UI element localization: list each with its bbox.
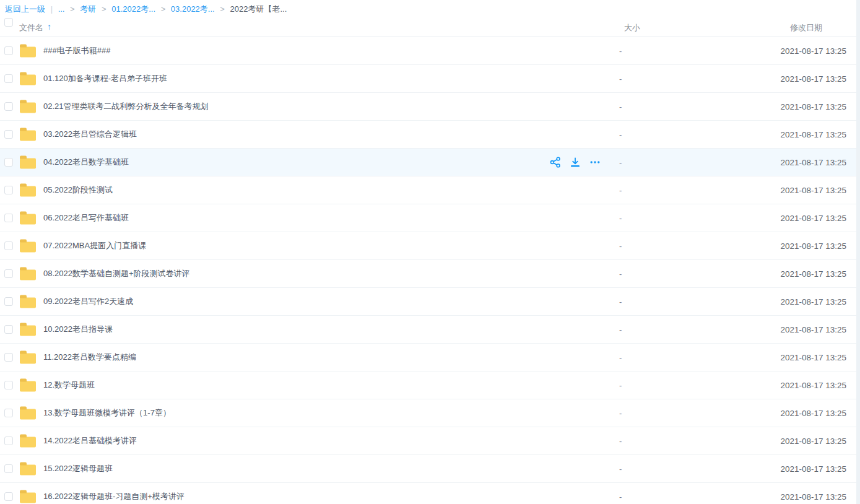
row-checkbox[interactable]: [4, 186, 13, 194]
file-size: -: [619, 102, 622, 111]
row-checkbox[interactable]: [4, 353, 13, 362]
file-date: 2021-08-17 13:25: [780, 241, 846, 251]
row-checkbox[interactable]: [4, 381, 13, 389]
row-checkbox[interactable]: [4, 158, 13, 167]
file-name[interactable]: 04.2022老吕数学基础班: [43, 157, 129, 168]
file-date: 2021-08-17 13:25: [780, 74, 846, 84]
file-list: ###电子版书籍### - 2021-08-17 13:25: [0, 37, 860, 504]
column-header-size[interactable]: 大小: [624, 22, 640, 33]
table-row[interactable]: ###电子版书籍### - 2021-08-17 13:25: [0, 37, 860, 65]
file-name[interactable]: 05.2022阶段性测试: [43, 185, 113, 196]
file-name[interactable]: 06.2022老吕写作基础班: [43, 212, 129, 224]
file-size: -: [619, 269, 622, 279]
file-date: 2021-08-17 13:25: [780, 130, 846, 139]
sort-ascending-icon[interactable]: ↑: [47, 22, 51, 32]
file-date: 2021-08-17 13:25: [780, 297, 846, 306]
breadcrumb-back-link[interactable]: 返回上一级: [5, 4, 45, 14]
breadcrumb: 返回上一级 | ... > 考研 > 01.2022考... > 03.2022…: [0, 0, 860, 17]
table-row[interactable]: 07.2022MBA提面入门直播课 - 2021-08-17 13:25: [0, 232, 860, 260]
file-size: -: [619, 409, 622, 418]
file-name[interactable]: 01.120加备考课程-老吕弟子班开班: [43, 73, 167, 84]
folder-icon: [20, 103, 36, 113]
file-name[interactable]: 16.2022逻辑母题班-习题自测+模考讲评: [43, 491, 185, 502]
file-name[interactable]: 09.2022老吕写作2天速成: [43, 296, 133, 307]
table-row[interactable]: 10.2022老吕指导课 - 2021-08-17 13:25: [0, 316, 860, 344]
file-name[interactable]: 14.2022老吕基础模考讲评: [43, 435, 137, 446]
file-size: -: [619, 381, 622, 390]
folder-icon: [20, 75, 36, 85]
file-name[interactable]: 15.2022逻辑母题班: [43, 463, 113, 474]
row-checkbox[interactable]: [4, 269, 13, 278]
download-icon[interactable]: [570, 157, 581, 168]
folder-icon: [20, 493, 36, 503]
more-icon[interactable]: [589, 157, 601, 168]
share-icon[interactable]: [550, 157, 561, 168]
row-checkbox[interactable]: [4, 409, 13, 417]
table-row[interactable]: 05.2022阶段性测试 - 2021-08-17 13:25: [0, 176, 860, 204]
file-name[interactable]: 02.21管理类联考二战利弊分析及全年备考规划: [43, 101, 209, 112]
table-row[interactable]: 01.120加备考课程-老吕弟子班开班 - 2021-08-17 13:25: [0, 65, 860, 93]
table-row[interactable]: 16.2022逻辑母题班-习题自测+模考讲评 - 2021-08-17 13:2…: [0, 483, 860, 504]
breadcrumb-link-ellipsis[interactable]: ...: [58, 4, 65, 14]
row-checkbox[interactable]: [4, 464, 13, 473]
table-row[interactable]: 08.2022数学基础自测题+阶段测试卷讲评 - 2021-08-17 13:2…: [0, 260, 860, 288]
table-row[interactable]: 11.2022老吕数学要点精编 - 2021-08-17 13:25: [0, 344, 860, 371]
table-row[interactable]: 06.2022老吕写作基础班 - 2021-08-17 13:25: [0, 204, 860, 232]
table-row[interactable]: 09.2022老吕写作2天速成 - 2021-08-17 13:25: [0, 288, 860, 316]
row-checkbox[interactable]: [4, 214, 13, 222]
file-size: -: [619, 241, 622, 251]
folder-icon: [20, 465, 36, 476]
folder-icon: [20, 437, 36, 448]
file-size: -: [619, 74, 622, 84]
list-header: 文件名 ↑ 大小 修改日期: [0, 17, 860, 37]
row-checkbox[interactable]: [4, 437, 13, 445]
file-size: -: [619, 492, 622, 502]
select-all-checkbox[interactable]: [4, 18, 13, 27]
folder-icon: [20, 354, 36, 364]
table-row[interactable]: 12.数学母题班 - 2021-08-17 13:25: [0, 371, 860, 399]
row-checkbox[interactable]: [4, 325, 13, 334]
file-date: 2021-08-17 13:25: [780, 46, 846, 56]
table-row[interactable]: 02.21管理类联考二战利弊分析及全年备考规划 - 2021-08-17 13:…: [0, 93, 860, 121]
breadcrumb-separator: >: [70, 4, 75, 14]
column-header-filename[interactable]: 文件名: [19, 22, 43, 33]
breadcrumb-link-01[interactable]: 01.2022考...: [111, 4, 155, 14]
table-row[interactable]: 04.2022老吕数学基础班 - 2021-08-17 13:25: [0, 149, 860, 176]
file-date: 2021-08-17 13:25: [780, 409, 846, 418]
scrollbar[interactable]: [856, 0, 860, 504]
table-row[interactable]: 13.数学母题班微模考讲评（1-7章） - 2021-08-17 13:25: [0, 399, 860, 427]
file-date: 2021-08-17 13:25: [780, 381, 846, 390]
file-name[interactable]: 12.数学母题班: [43, 380, 95, 391]
file-name[interactable]: 08.2022数学基础自测题+阶段测试卷讲评: [43, 268, 190, 279]
row-checkbox[interactable]: [4, 102, 13, 111]
file-name[interactable]: 07.2022MBA提面入门直播课: [43, 240, 146, 251]
row-checkbox[interactable]: [4, 46, 13, 55]
file-name[interactable]: 11.2022老吕数学要点精编: [43, 352, 136, 363]
row-checkbox[interactable]: [4, 492, 13, 501]
folder-icon: [20, 47, 36, 58]
folder-icon: [20, 186, 36, 197]
file-name[interactable]: ###电子版书籍###: [43, 45, 110, 56]
folder-icon: [20, 131, 36, 141]
file-name[interactable]: 10.2022老吕指导课: [43, 324, 113, 335]
file-date: 2021-08-17 13:25: [780, 269, 846, 279]
file-name[interactable]: 13.数学母题班微模考讲评（1-7章）: [43, 407, 171, 419]
file-name[interactable]: 03.2022老吕管综合逻辑班: [43, 129, 137, 140]
row-checkbox[interactable]: [4, 74, 13, 83]
breadcrumb-link-03[interactable]: 03.2022考...: [171, 4, 215, 14]
breadcrumb-link-kaoyan[interactable]: 考研: [80, 4, 96, 14]
folder-icon: [20, 298, 36, 308]
row-checkbox[interactable]: [4, 130, 13, 139]
file-size: -: [619, 158, 622, 167]
row-checkbox[interactable]: [4, 297, 13, 306]
file-date: 2021-08-17 13:25: [780, 464, 846, 474]
column-header-date[interactable]: 修改日期: [790, 22, 822, 33]
table-row[interactable]: 15.2022逻辑母题班 - 2021-08-17 13:25: [0, 455, 860, 483]
folder-icon: [20, 214, 36, 225]
table-row[interactable]: 03.2022老吕管综合逻辑班 - 2021-08-17 13:25: [0, 121, 860, 149]
file-date: 2021-08-17 13:25: [780, 214, 846, 223]
table-row[interactable]: 14.2022老吕基础模考讲评 - 2021-08-17 13:25: [0, 427, 860, 455]
file-size: -: [619, 186, 622, 195]
file-size: -: [619, 46, 622, 56]
row-checkbox[interactable]: [4, 241, 13, 250]
